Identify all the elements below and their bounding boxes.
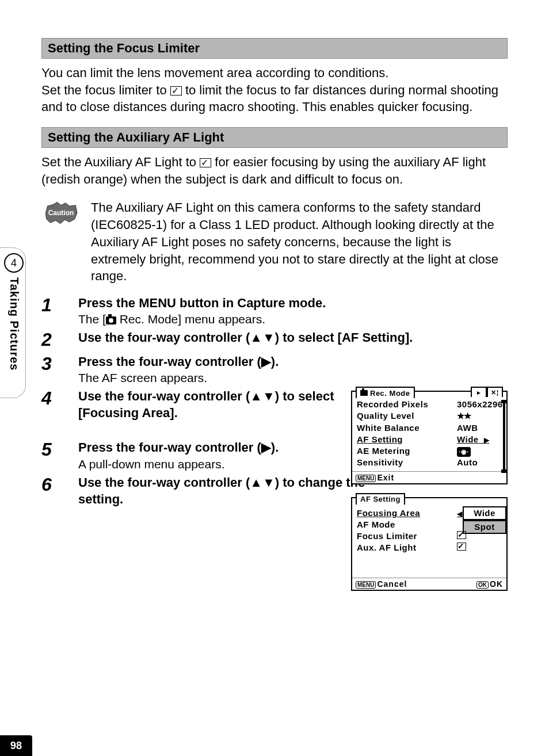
lcd-row: Quality Level★★	[357, 410, 503, 422]
chapter-number: 4	[4, 253, 24, 273]
camera-icon	[360, 390, 368, 396]
camera-icon	[106, 316, 116, 324]
caution-block: Caution The Auxiliary AF Light on this c…	[41, 199, 508, 284]
section-heading-focus-limiter: Setting the Focus Limiter	[41, 38, 508, 59]
dropdown-option: Wide	[463, 506, 506, 520]
step-number: 2	[41, 330, 64, 350]
step-number: 3	[41, 354, 64, 385]
right-arrow-icon: ▶	[484, 436, 490, 444]
side-tab: 4 Taking Pictures	[0, 253, 28, 392]
lcd-row: White BalanceAWB	[357, 422, 503, 434]
step-title: Press the four-way controller (▶).	[78, 354, 366, 371]
step-title: Use the four-way controller (▲▼) to sele…	[78, 388, 366, 421]
svg-text:Caution: Caution	[48, 209, 74, 217]
lcd-row: AE Metering·◉·	[357, 445, 503, 457]
checkbox-on-icon	[457, 543, 466, 551]
step-title: Use the four-way controller (▲▼) to chan…	[78, 475, 366, 507]
step-subtext: The [ Rec. Mode] menu appears.	[78, 312, 508, 326]
lcd-footer: MENUExit	[352, 471, 506, 483]
section-body-aux-af-light: Set the Auxiliary AF Light to for easier…	[41, 154, 508, 188]
step-number: 4	[41, 388, 64, 421]
lcd-row: SensitivityAuto	[357, 457, 503, 468]
dropdown-option-selected: Spot	[463, 520, 506, 534]
lcd-row: Aux. AF Light	[357, 542, 503, 553]
step-number: 1	[41, 295, 64, 327]
ok-key-icon: OK	[476, 581, 489, 589]
lcd-af-setting: AF Setting Focusing Area ◀ Wide Spot AF …	[351, 497, 508, 591]
menu-key-icon: MENU	[356, 581, 376, 589]
step-number: 6	[41, 475, 64, 507]
lcd-tab: Rec. Mode	[356, 387, 415, 398]
lcd-top-icons: ▸ ✕¦	[471, 387, 503, 397]
step-3: 3 Press the four-way controller (▶). The…	[41, 354, 508, 385]
step-2: 2 Use the four-way controller (▲▼) to se…	[41, 330, 508, 350]
playback-icon: ▸	[471, 387, 487, 397]
scrollbar-icon	[503, 403, 505, 469]
manual-page: 4 Taking Pictures Setting the Focus Limi…	[0, 0, 549, 756]
page-number: 98	[0, 735, 32, 756]
checkbox-on-icon	[200, 158, 211, 167]
checkbox-on-icon	[170, 86, 182, 96]
step-title: Use the four-way controller (▲▼) to sele…	[78, 330, 508, 346]
section-body-focus-limiter: You can limit the lens movement area acc…	[41, 64, 508, 116]
lcd-illustrations: Rec. Mode ▸ ✕¦ Recorded Pixels3056x2296 …	[351, 391, 508, 604]
lcd-row-selected: AF SettingWide ▶	[357, 434, 503, 445]
caution-icon: Caution	[41, 201, 81, 224]
metering-icon: ·◉·	[457, 447, 471, 457]
lcd-rec-mode: Rec. Mode ▸ ✕¦ Recorded Pixels3056x2296 …	[351, 391, 508, 484]
step-subtext: A pull-down menu appears.	[78, 457, 366, 471]
lcd-row: Recorded Pixels3056x2296	[357, 399, 503, 410]
step-1: 1 Press the MENU button in Capture mode.…	[41, 295, 508, 327]
step-title: Press the four-way controller (▶).	[78, 440, 366, 456]
left-arrow-icon: ◀	[457, 510, 463, 518]
chapter-label: Taking Pictures	[7, 277, 21, 392]
step-subtext: The AF screen appears.	[78, 371, 366, 385]
step-number: 5	[41, 440, 64, 471]
lcd-footer: MENUCancel OKOK	[352, 578, 506, 590]
section-heading-aux-af-light: Setting the Auxiliary AF Light	[41, 127, 508, 148]
caution-text: The Auxiliary AF Light on this camera co…	[91, 199, 508, 284]
lcd-row-selected: Focusing Area ◀ Wide Spot	[357, 507, 503, 519]
checkbox-on-icon	[457, 531, 466, 539]
step-title: Press the MENU button in Capture mode.	[78, 295, 508, 312]
menu-key-icon: MENU	[356, 475, 376, 482]
tools-icon: ✕¦	[487, 387, 503, 397]
